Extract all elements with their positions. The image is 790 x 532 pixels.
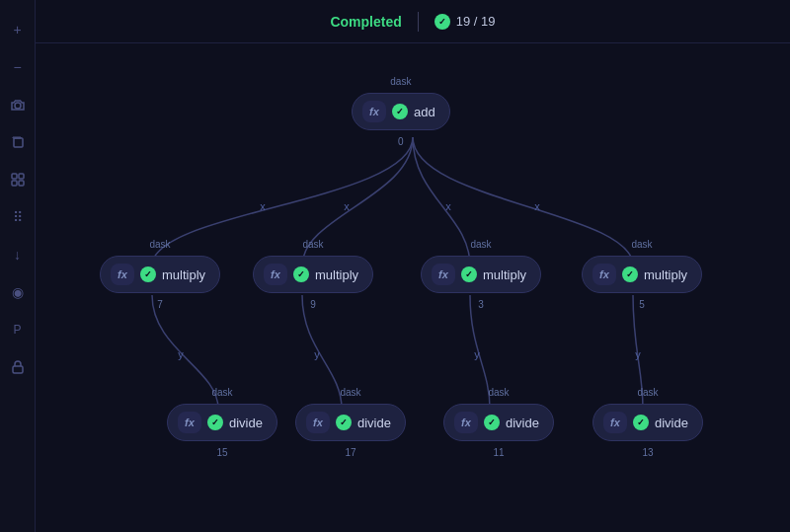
svg-rect-6 (13, 366, 23, 373)
node-add-check-icon: ✓ (392, 104, 408, 119)
node-divide-4-library: dask (637, 387, 658, 398)
node-divide-3-library: dask (488, 387, 509, 398)
svg-rect-4 (12, 181, 17, 186)
edge-label-y1: y (178, 348, 184, 360)
plus-icon[interactable]: + (8, 20, 28, 39)
edge-label-x3: x (445, 200, 451, 212)
node-divide-1-key: 15 (216, 447, 227, 458)
node-multiply-2[interactable]: dask fx ✓ multiply 9 (253, 256, 373, 293)
node-multiply-4-library: dask (631, 239, 652, 250)
node-add-key: 0 (398, 136, 404, 147)
node-divide-1-check-icon: ✓ (207, 415, 223, 430)
copy-icon[interactable] (8, 132, 28, 152)
count-container: ✓ 19 / 19 (434, 14, 496, 30)
node-multiply-1-label: multiply (162, 267, 205, 282)
node-divide-1-library: dask (211, 387, 232, 398)
svg-rect-1 (14, 138, 23, 147)
node-multiply-4[interactable]: dask fx ✓ multiply 5 (582, 256, 702, 293)
node-divide-4-key: 13 (642, 447, 653, 458)
node-multiply-3-key: 3 (478, 299, 484, 310)
node-add-library: dask (390, 76, 411, 87)
grid-icon[interactable] (8, 170, 28, 190)
status-label: Completed (330, 14, 401, 30)
node-divide-4-label: divide (655, 416, 688, 430)
node-divide-2-key: 17 (345, 447, 356, 458)
node-multiply-3-library: dask (470, 239, 491, 250)
svg-rect-5 (19, 181, 24, 186)
node-add-label: add (414, 105, 435, 119)
node-multiply-1-check-icon: ✓ (140, 266, 156, 282)
node-multiply-3-label: multiply (483, 267, 526, 282)
sidebar: + − ⠿ ↓ ◉ P (0, 0, 36, 532)
apps-icon[interactable]: ⠿ (8, 207, 28, 227)
node-multiply-1-fx-icon: fx (111, 264, 134, 285)
topbar-divider (418, 12, 419, 32)
graph-canvas: x x x x y y y y dask fx ✓ add 0 dask fx … (36, 43, 790, 532)
node-divide-1[interactable]: dask fx ✓ divide 15 (167, 404, 277, 441)
topbar: Completed ✓ 19 / 19 (36, 0, 790, 43)
edge-label-x4: x (534, 200, 540, 212)
svg-point-0 (15, 103, 21, 109)
node-multiply-4-key: 5 (639, 299, 645, 310)
svg-rect-2 (12, 174, 17, 179)
camera-icon[interactable] (8, 95, 28, 114)
p-icon[interactable]: P (8, 320, 28, 340)
node-divide-4-fx-icon: fx (603, 412, 627, 433)
node-multiply-1[interactable]: dask fx ✓ multiply 7 (100, 256, 220, 293)
count-label: 19 / 19 (456, 14, 496, 29)
node-divide-4[interactable]: dask fx ✓ divide 13 (592, 404, 703, 441)
node-multiply-4-fx-icon: fx (592, 264, 616, 285)
node-multiply-2-check-icon: ✓ (293, 266, 309, 282)
node-divide-4-check-icon: ✓ (633, 415, 649, 430)
node-multiply-2-label: multiply (315, 267, 358, 282)
node-multiply-2-key: 9 (310, 299, 316, 310)
node-divide-1-fx-icon: fx (178, 412, 201, 433)
node-add[interactable]: dask fx ✓ add 0 (352, 93, 450, 130)
node-divide-3-check-icon: ✓ (484, 415, 500, 430)
node-divide-3-fx-icon: fx (454, 412, 478, 433)
node-divide-2-fx-icon: fx (306, 412, 330, 433)
node-divide-2-library: dask (340, 387, 360, 398)
node-multiply-3[interactable]: dask fx ✓ multiply 3 (421, 256, 541, 293)
node-multiply-1-library: dask (149, 239, 170, 250)
node-multiply-2-fx-icon: fx (264, 264, 287, 285)
node-multiply-4-label: multiply (644, 267, 687, 282)
check-circle-icon: ✓ (434, 14, 450, 30)
node-divide-2-check-icon: ✓ (336, 415, 352, 430)
shape-icon[interactable]: ◉ (8, 282, 28, 302)
node-multiply-1-key: 7 (157, 299, 163, 310)
node-multiply-3-check-icon: ✓ (461, 266, 477, 282)
node-divide-3[interactable]: dask fx ✓ divide 11 (443, 404, 554, 441)
node-divide-2-label: divide (357, 416, 391, 430)
node-divide-1-label: divide (229, 416, 263, 430)
edge-label-y2: y (314, 348, 320, 360)
node-multiply-3-fx-icon: fx (432, 264, 455, 285)
node-divide-3-key: 11 (493, 447, 504, 458)
edge-label-x1: x (260, 200, 266, 212)
edge-label-y4: y (635, 348, 641, 360)
lock-icon[interactable] (8, 357, 28, 377)
svg-rect-3 (19, 174, 24, 179)
node-multiply-2-library: dask (302, 239, 323, 250)
edge-label-y3: y (474, 348, 480, 360)
node-divide-3-label: divide (506, 416, 539, 430)
minus-icon[interactable]: − (8, 57, 28, 77)
edge-label-x2: x (344, 200, 350, 212)
node-add-fx-icon: fx (362, 101, 386, 122)
node-multiply-4-check-icon: ✓ (622, 266, 638, 282)
download-icon[interactable]: ↓ (8, 245, 28, 265)
node-divide-2[interactable]: dask fx ✓ divide 17 (295, 404, 406, 441)
